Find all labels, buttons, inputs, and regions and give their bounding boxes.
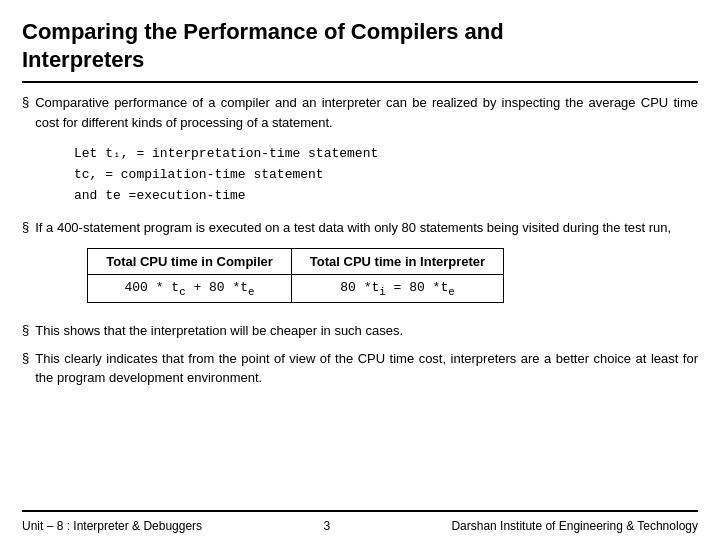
title-divider: [22, 81, 698, 83]
indent-block: Let tᵢ, = interpretation-time statement …: [74, 144, 698, 206]
footer-left: Unit – 8 : Interpreter & Debuggers: [22, 519, 202, 533]
footer-center: 3: [323, 519, 330, 533]
bullet-symbol-3: §: [22, 322, 29, 337]
content-area: § Comparative performance of a compiler …: [22, 93, 698, 510]
bullet-item-1: § Comparative performance of a compiler …: [22, 93, 698, 132]
bullet-text-2: If a 400-statement program is executed o…: [35, 218, 671, 238]
bullet-item-4: § This clearly indicates that from the p…: [22, 349, 698, 388]
bullet-item-3: § This shows that the interpretation wil…: [22, 321, 698, 341]
bullet-text-3: This shows that the interpretation will …: [35, 321, 403, 341]
bullet-symbol-2: §: [22, 219, 29, 234]
bullet-item-2: § If a 400-statement program is executed…: [22, 218, 698, 313]
table-header-compiler: Total CPU time in Compiler: [88, 248, 292, 274]
page-container: Comparing the Performance of Compilers a…: [0, 0, 720, 540]
bullet-symbol-1: §: [22, 94, 29, 109]
table-header-interpreter: Total CPU time in Interpreter: [291, 248, 503, 274]
table-wrapper: Total CPU time in Compiler Total CPU tim…: [87, 248, 671, 304]
indent-line-1: Let tᵢ, = interpretation-time statement: [74, 144, 698, 165]
footer-right: Darshan Institute of Engineering & Techn…: [451, 519, 698, 533]
bullet-text-4: This clearly indicates that from the poi…: [35, 349, 698, 388]
table-cell-interpreter: 80 *ti = 80 *te: [291, 274, 503, 303]
comparison-table: Total CPU time in Compiler Total CPU tim…: [87, 248, 504, 304]
indent-line-3: and te =execution-time: [74, 186, 698, 207]
footer-bar: Unit – 8 : Interpreter & Debuggers 3 Dar…: [22, 510, 698, 540]
table-cell-compiler: 400 * tc + 80 *te: [88, 274, 292, 303]
bullet-text-1: Comparative performance of a compiler an…: [35, 93, 698, 132]
page-title: Comparing the Performance of Compilers a…: [22, 18, 698, 73]
indent-line-2: tc, = compilation-time statement: [74, 165, 698, 186]
table-row: 400 * tc + 80 *te 80 *ti = 80 *te: [88, 274, 504, 303]
bullet-symbol-4: §: [22, 350, 29, 365]
